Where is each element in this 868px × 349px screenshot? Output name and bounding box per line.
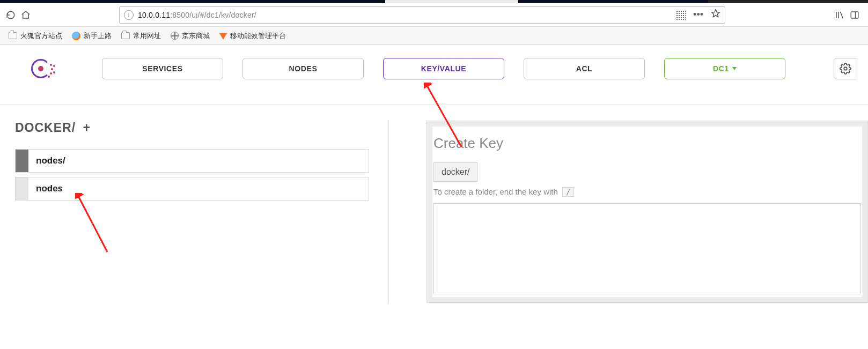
- globe-icon: [171, 32, 179, 40]
- page-content: DOCKER/ + nodes/ nodes Create Key docker…: [0, 105, 868, 303]
- add-key-button[interactable]: +: [83, 121, 90, 135]
- folder-icon: [9, 32, 17, 39]
- svg-point-6: [844, 67, 847, 70]
- breadcrumb-label: DOCKER/: [15, 121, 76, 135]
- svg-marker-0: [712, 10, 720, 17]
- bookmark-label: 新手上路: [84, 31, 112, 41]
- bookmark-star-icon[interactable]: [711, 9, 720, 21]
- url-host: 10.0.0.11: [138, 11, 170, 19]
- vertical-divider: [388, 121, 389, 303]
- page-actions-icon[interactable]: •••: [693, 9, 703, 20]
- svg-rect-4: [851, 12, 858, 18]
- svg-line-3: [841, 12, 843, 18]
- firefox-icon: [72, 32, 80, 40]
- bookmark-item[interactable]: 新手上路: [69, 29, 115, 43]
- breadcrumb: DOCKER/ +: [15, 121, 369, 135]
- nav-key-value[interactable]: KEY/VALUE: [383, 58, 504, 79]
- nav-acl[interactable]: ACL: [524, 58, 645, 79]
- url-bar[interactable]: i 10.0.0.11:8500/ui/#/dc1/kv/docker/ •••: [119, 6, 725, 24]
- bookmark-item[interactable]: 火狐官方站点: [5, 29, 65, 43]
- nav-services[interactable]: SERVICES: [102, 58, 223, 79]
- browser-toolbar: i 10.0.0.11:8500/ui/#/dc1/kv/docker/ •••: [0, 3, 868, 27]
- bookmark-label: 京东商城: [182, 31, 210, 41]
- site-info-icon[interactable]: i: [124, 10, 134, 20]
- folder-icon: [121, 32, 130, 39]
- bookmark-item[interactable]: 移动能效管理平台: [216, 29, 289, 43]
- key-name: nodes/: [36, 155, 65, 166]
- home-icon[interactable]: [18, 8, 33, 23]
- bookmark-item[interactable]: 京东商城: [167, 29, 213, 43]
- folder-hint: To create a folder, end the key with /: [433, 187, 861, 197]
- key-prefix-chip: docker/: [433, 162, 477, 182]
- key-list-item[interactable]: nodes/: [15, 149, 369, 173]
- create-key-panel: Create Key docker/ To create a folder, e…: [426, 121, 868, 303]
- consul-logo[interactable]: [31, 59, 50, 78]
- gitlab-icon: [219, 33, 227, 40]
- bookmark-label: 火狐官方站点: [20, 31, 62, 41]
- url-text: 10.0.0.11:8500/ui/#/dc1/kv/docker/: [138, 11, 676, 19]
- bookmarks-toolbar: 火狐官方站点 新手上路 常用网址 京东商城 移动能效管理平台: [0, 27, 868, 45]
- bookmark-label: 常用网址: [133, 31, 161, 41]
- qr-icon[interactable]: [676, 10, 686, 20]
- reload-icon[interactable]: [3, 8, 18, 23]
- key-list-item[interactable]: nodes: [15, 177, 369, 201]
- app-nav: SERVICES NODES KEY/VALUE ACL DC1: [0, 45, 868, 86]
- key-list-panel: DOCKER/ + nodes/ nodes: [15, 121, 369, 303]
- datacenter-selector[interactable]: DC1: [664, 58, 785, 79]
- status-bar: [16, 177, 28, 200]
- bookmark-item[interactable]: 常用网址: [118, 29, 164, 43]
- bookmark-label: 移动能效管理平台: [230, 31, 286, 41]
- settings-gear-icon[interactable]: [834, 58, 857, 79]
- library-icon[interactable]: [835, 10, 844, 20]
- panel-title: Create Key: [433, 129, 861, 162]
- hint-text: To create a folder, end the key with: [433, 187, 558, 196]
- hint-code: /: [562, 187, 574, 197]
- nav-nodes[interactable]: NODES: [242, 58, 364, 79]
- sidebar-toggle-icon[interactable]: [850, 10, 859, 20]
- key-name: nodes: [36, 183, 63, 194]
- url-path: :8500/ui/#/dc1/kv/docker/: [170, 11, 256, 19]
- status-bar: [16, 150, 28, 172]
- key-value-textarea[interactable]: [433, 203, 861, 294]
